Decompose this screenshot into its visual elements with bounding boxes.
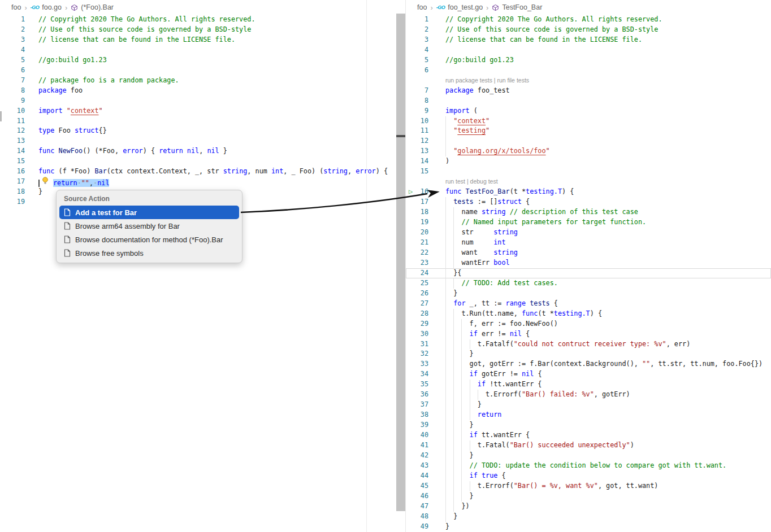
code-line[interactable]: 5//go:build go1.23 — [406, 55, 771, 66]
code-line[interactable]: 7package foo_test — [406, 86, 771, 96]
indent-guide — [445, 238, 453, 248]
code-line[interactable]: 2// Use of this source code is governed … — [0, 25, 396, 35]
code-line[interactable]: 11 — [0, 116, 396, 127]
code-line[interactable]: 33got, gotErr := f.Bar(context.Backgroun… — [406, 359, 771, 369]
indent-guide — [470, 380, 478, 390]
code-line[interactable]: 45t.Errorf("Bar() = %v, want %v", got, t… — [406, 481, 771, 491]
editor-group-sash[interactable] — [396, 14, 405, 511]
code-line[interactable]: 38return — [406, 410, 771, 420]
code-line[interactable]: 46} — [406, 491, 771, 502]
indent-guide — [453, 258, 461, 268]
codelens-row[interactable]: run package tests | run file tests — [406, 76, 771, 86]
code-line[interactable]: 24}{ — [406, 268, 771, 278]
indent-guide — [453, 228, 461, 238]
code-line[interactable]: 20str string — [406, 228, 771, 238]
code-line[interactable]: 7// package foo is a random package. — [0, 76, 396, 86]
code-line[interactable]: 13"golang.org/x/tools/foo" — [406, 146, 771, 156]
code-line[interactable]: 9import ( — [406, 106, 771, 116]
lightbulb-icon[interactable] — [42, 177, 49, 187]
code-line[interactable]: 1// Copyright 2020 The Go Authors. All r… — [406, 15, 771, 25]
token: , — [348, 167, 356, 175]
editor-pane-foo-go[interactable]: foo›foo.go›(*Foo).Bar 1// Copyright 2020… — [0, 0, 396, 532]
code-line[interactable]: 15 — [0, 156, 396, 167]
code-line[interactable]: 15 — [406, 167, 771, 177]
code-line[interactable]: 9 — [0, 96, 396, 106]
line-text: num int — [428, 238, 506, 248]
code-line[interactable]: 22want string — [406, 248, 771, 258]
menu-item-browse-documentation-for-method-foo-bar[interactable]: Browse documentation for method (*Foo).B… — [59, 233, 239, 246]
code-area[interactable]: 1// Copyright 2020 The Go Authors. All r… — [406, 15, 771, 532]
code-line[interactable]: 4 — [406, 45, 771, 55]
menu-item-browse-arm64-assembly-for-bar[interactable]: Browse arm64 assembly for Bar — [59, 219, 239, 233]
token: if — [470, 472, 478, 479]
code-line[interactable]: 2// Use of this source code is governed … — [406, 25, 771, 35]
code-line[interactable]: 1// Copyright 2020 The Go Authors. All r… — [0, 15, 396, 25]
code-line[interactable]: 6 — [0, 66, 396, 76]
code-line[interactable]: 11"testing" — [406, 126, 771, 136]
code-line[interactable]: 30if err != nil { — [406, 329, 771, 339]
indent-guide — [461, 359, 469, 369]
menu-item-browse-free-symbols[interactable]: Browse free symbols — [59, 246, 239, 260]
code-line[interactable]: 16func (f *Foo) Bar(ctx context.Context,… — [0, 167, 396, 177]
code-line[interactable]: 17tests := []struct { — [406, 197, 771, 207]
code-line[interactable]: 6 — [406, 66, 771, 76]
breadcrumb-item[interactable]: (*Foo).Bar — [81, 3, 114, 11]
indent-guide — [461, 461, 469, 471]
code-line[interactable]: 32} — [406, 349, 771, 359]
code-line[interactable]: ▷16func TestFoo_Bar(t *testing.T) { — [406, 187, 771, 197]
code-line[interactable]: 8 — [406, 96, 771, 106]
code-line[interactable]: 43// TODO: update the condition below to… — [406, 461, 771, 471]
code-line[interactable]: 3// license that can be found in the LIC… — [0, 35, 396, 45]
breadcrumb-item[interactable]: foo — [11, 3, 21, 11]
code-line[interactable]: 5//go:build go1.23 — [0, 55, 396, 66]
code-line[interactable]: 34if gotErr != nil { — [406, 369, 771, 380]
menu-item-add-a-test-for-bar[interactable]: Add a test for Bar — [59, 206, 239, 219]
code-line[interactable]: 14) — [406, 156, 771, 167]
code-line[interactable]: 8package foo — [0, 86, 396, 96]
line-text — [428, 167, 445, 177]
breadcrumb-item[interactable]: foo.go — [42, 3, 62, 11]
code-line[interactable]: 10import "context" — [0, 106, 396, 116]
code-line[interactable]: 12 — [406, 136, 771, 146]
code-line[interactable]: 47}) — [406, 502, 771, 512]
code-line[interactable]: 35if !tt.wantErr { — [406, 380, 771, 390]
token: wantErr — [461, 259, 493, 267]
code-line[interactable]: 39} — [406, 420, 771, 430]
breadcrumb-item[interactable]: foo — [417, 3, 427, 11]
code-line[interactable]: 21num int — [406, 238, 771, 248]
code-line[interactable]: 29f, err := foo.NewFoo() — [406, 319, 771, 329]
code-area[interactable]: 1// Copyright 2020 The Go Authors. All r… — [0, 15, 396, 207]
token: }) — [461, 502, 469, 510]
run-test-gutter-icon[interactable]: ▷ — [409, 187, 413, 197]
code-line[interactable]: 36t.Errorf("Bar() failed: %v", gotErr) — [406, 390, 771, 400]
code-line[interactable]: 48} — [406, 512, 771, 522]
line-text: import "context" — [25, 106, 103, 116]
line-text — [25, 156, 38, 167]
breadcrumb-item[interactable]: TestFoo_Bar — [502, 3, 542, 11]
code-line[interactable]: 41t.Fatal("Bar() succeeded unexpectedly"… — [406, 441, 771, 451]
code-line[interactable]: 25// TODO: Add test cases. — [406, 278, 771, 289]
editor-pane-foo-test-go[interactable]: foo›foo_test.go›TestFoo_Bar 1// Copyrigh… — [405, 0, 771, 532]
code-line[interactable]: 19// Named input parameters for target f… — [406, 217, 771, 228]
code-line[interactable]: 18name string // description of this tes… — [406, 207, 771, 217]
code-line[interactable]: 13 — [0, 136, 396, 146]
code-line[interactable]: 23wantErr bool — [406, 258, 771, 268]
code-line[interactable]: 40if tt.wantErr { — [406, 430, 771, 441]
code-line[interactable]: 44if true { — [406, 471, 771, 481]
code-line[interactable]: 3// license that can be found in the LIC… — [406, 35, 771, 45]
codelens-row[interactable]: run test | debug test — [406, 177, 771, 187]
code-line[interactable]: 4 — [0, 45, 396, 55]
code-line[interactable]: 49} — [406, 522, 771, 532]
code-line[interactable]: 27for _, tt := range tests { — [406, 299, 771, 309]
code-line[interactable]: 31t.Fatalf("could not contruct receiver … — [406, 339, 771, 350]
code-line[interactable]: 42} — [406, 451, 771, 461]
code-line[interactable]: 14func NewFoo() (*Foo, error) { return n… — [0, 146, 396, 156]
token: ) { — [590, 309, 602, 317]
code-line[interactable]: 28t.Run(tt.name, func(t *testing.T) { — [406, 309, 771, 319]
code-line[interactable]: 10"context" — [406, 116, 771, 127]
breadcrumb-item[interactable]: foo_test.go — [448, 3, 483, 11]
code-line[interactable]: 17return·"",·nil — [0, 177, 396, 187]
code-line[interactable]: 26} — [406, 289, 771, 299]
code-line[interactable]: 12type Foo struct{} — [0, 126, 396, 136]
code-line[interactable]: 37} — [406, 400, 771, 410]
